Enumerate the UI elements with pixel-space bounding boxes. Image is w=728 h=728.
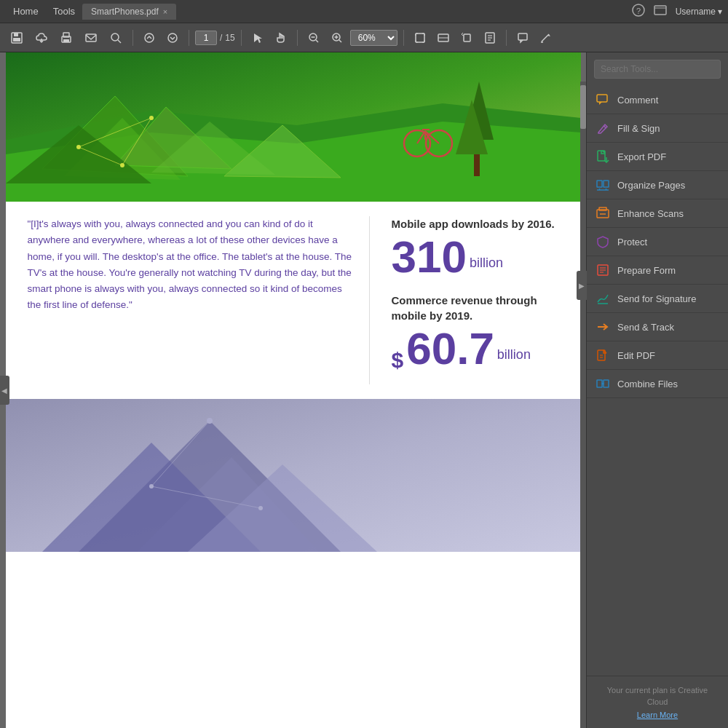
export-pdf-label: Export PDF (617, 151, 666, 162)
email-btn[interactable] (80, 28, 102, 47)
menu-right: ? Username ▾ (632, 4, 722, 19)
comment-icon (596, 92, 610, 107)
hand-tool[interactable] (271, 29, 291, 47)
find-btn[interactable] (105, 28, 127, 47)
send-signature-label: Send for Signature (617, 293, 696, 304)
left-panel-toggle[interactable]: ◀ (0, 376, 9, 405)
comment-label: Comment (617, 95, 658, 106)
organize-pages-icon (596, 178, 610, 192)
pdf-right-column: Mobile app downloads by 2016. 310 billio… (384, 216, 559, 384)
footer-plan-text: Your current plan is Creative Cloud (596, 685, 719, 708)
username-btn[interactable]: Username ▾ (676, 7, 722, 17)
svg-rect-5 (14, 33, 18, 36)
save-btn[interactable] (6, 28, 28, 47)
window-icon[interactable] (654, 5, 667, 17)
toolbar-sep-1 (132, 30, 133, 46)
comment-toolbar-btn[interactable] (513, 29, 533, 47)
toolbar: / 15 60%75%100%125% (0, 23, 728, 52)
prepare-form-label: Prepare Form (617, 265, 676, 276)
svg-rect-11 (86, 34, 96, 41)
tools-list: Comment Fill & Sign Export PDF (587, 86, 728, 398)
svg-line-18 (316, 40, 318, 42)
enhance-scans-icon (596, 206, 610, 221)
extract-btn[interactable] (480, 29, 500, 47)
tab-close-btn[interactable]: × (163, 7, 167, 16)
right-panel-toggle[interactable]: ▶ (577, 271, 587, 300)
fill-sign-icon (596, 121, 610, 135)
tool-prepare-form[interactable]: Prepare Form (587, 256, 728, 285)
pdf-scrollbar[interactable] (580, 82, 586, 728)
cursor-tool[interactable] (248, 29, 268, 47)
username-label: Username (676, 7, 716, 17)
svg-text:?: ? (636, 7, 641, 15)
fit-page-btn[interactable] (410, 29, 430, 47)
stat2-label: Commerce revenue through mobile by 2019. (392, 293, 559, 323)
svg-rect-27 (464, 34, 470, 41)
stat2-unit: billion (497, 348, 531, 364)
svg-rect-75 (597, 181, 602, 187)
svg-rect-2 (654, 6, 666, 15)
tool-send-track[interactable]: Send & Track (587, 313, 728, 341)
edit-pdf-icon (596, 348, 610, 363)
menu-tools[interactable]: Tools (46, 3, 82, 20)
edit-pdf-label: Edit PDF (617, 350, 655, 361)
svg-rect-92 (597, 380, 602, 387)
svg-rect-6 (13, 38, 20, 41)
scroll-down-btn[interactable] (162, 29, 183, 47)
svg-point-12 (111, 33, 119, 41)
scroll-up-btn[interactable] (139, 29, 159, 47)
stat2-dollar: $ (392, 349, 404, 371)
learn-more-link[interactable]: Learn More (596, 711, 719, 719)
rotate-btn[interactable] (456, 29, 477, 47)
svg-point-15 (168, 33, 177, 42)
stat-block-1: Mobile app downloads by 2016. 310 billio… (392, 216, 559, 280)
zoom-in-btn[interactable] (327, 29, 347, 47)
page-total: 15 (225, 33, 234, 43)
search-tools-input[interactable] (594, 60, 721, 79)
pdf-top-illustration (6, 52, 581, 202)
svg-point-14 (145, 33, 154, 42)
menu-home[interactable]: Home (6, 3, 46, 20)
stat2-number: $ 60.7 billion (392, 326, 559, 371)
svg-rect-70 (597, 95, 607, 102)
prepare-form-icon (596, 263, 610, 277)
protect-label: Protect (617, 237, 647, 248)
pdf-scrollbar-thumb[interactable] (580, 85, 586, 129)
pdf-viewer[interactable]: ◀ (0, 52, 586, 728)
toolbar-sep-6 (506, 30, 507, 46)
tool-combine-files[interactable]: Combine Files (587, 370, 728, 398)
combine-files-label: Combine Files (617, 379, 678, 389)
tool-edit-pdf[interactable]: Edit PDF (587, 341, 728, 370)
pdf-tab[interactable]: SmartPhones.pdf × (82, 4, 176, 20)
tool-send-signature[interactable]: Send for Signature (587, 285, 728, 313)
draw-btn[interactable] (536, 29, 556, 47)
tool-export-pdf[interactable]: Export PDF (587, 143, 728, 171)
svg-rect-10 (63, 39, 69, 42)
tool-protect[interactable]: Protect (587, 228, 728, 256)
tool-organize-pages[interactable]: Organize Pages (587, 171, 728, 199)
page-separator: / (220, 33, 222, 43)
sidebar-footer: Your current plan is Creative Cloud Lear… (587, 676, 728, 728)
pdf-page: "[I]t's always with you, always connecte… (6, 52, 581, 728)
page-number-input[interactable] (195, 31, 217, 45)
toolbar-sep-5 (403, 30, 404, 46)
fill-sign-label: Fill & Sign (617, 123, 660, 134)
export-pdf-icon (596, 149, 610, 164)
tool-fill-sign[interactable]: Fill & Sign (587, 114, 728, 143)
zoom-out-btn[interactable] (304, 29, 324, 47)
fit-width-btn[interactable] (433, 29, 454, 47)
cloud-btn[interactable] (31, 28, 52, 47)
help-icon[interactable]: ? (632, 4, 645, 19)
zoom-select[interactable]: 60%75%100%125% (350, 30, 397, 46)
svg-marker-16 (254, 33, 262, 43)
combine-files-icon (596, 376, 610, 391)
pdf-content: "[I]t's always with you, always connecte… (6, 202, 581, 399)
toolbar-sep-4 (297, 30, 298, 46)
organize-pages-label: Organize Pages (617, 180, 685, 191)
svg-rect-32 (518, 33, 527, 40)
username-arrow: ▾ (718, 7, 722, 17)
pdf-quote-text: "[I]t's always with you, always connecte… (28, 216, 355, 314)
tool-enhance-scans[interactable]: Enhance Scans (587, 199, 728, 228)
print-btn[interactable] (55, 28, 77, 47)
tool-comment[interactable]: Comment (587, 86, 728, 114)
